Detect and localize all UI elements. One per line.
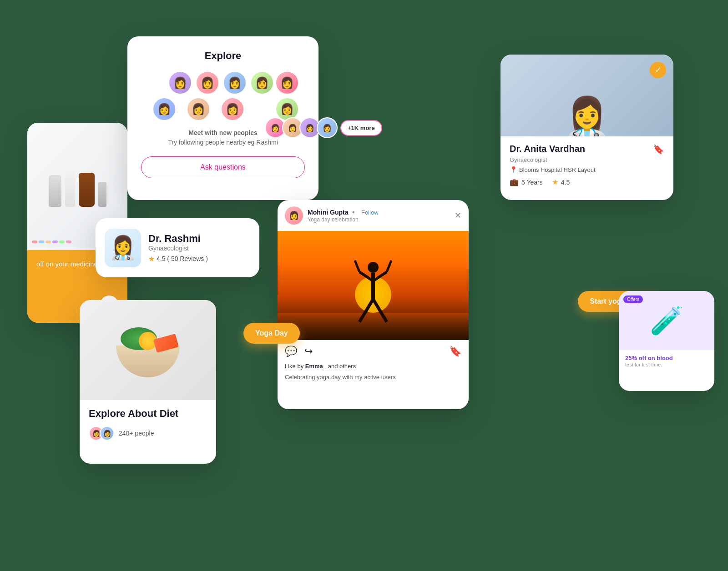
yoga-actions: 💬 ↪ 🔖 <box>278 340 469 363</box>
yoga-username-text: Mohini Gupta <box>308 209 348 216</box>
yoga-follow-button[interactable]: Follow <box>361 209 379 216</box>
avatar-6: 👩 <box>152 97 176 121</box>
bottle-1 <box>49 175 61 207</box>
yoga-username: Mohini Gupta • Follow <box>308 208 450 216</box>
save-icon[interactable]: 🔖 <box>449 346 461 357</box>
more-people-label[interactable]: +1K more <box>340 120 382 136</box>
explore-title: Explore <box>141 50 305 62</box>
anita-location-text: Blooms Hospital HSR Layout <box>519 166 596 173</box>
anita-body: Dr. Anita Vardhan 🔖 Gynaecologist 📍 Bloo… <box>500 136 673 194</box>
yoga-post-card: 👩 Mohini Gupta • Follow Yoga day celebra… <box>278 200 469 409</box>
anita-years-stat: 💼 5 Years <box>510 178 543 186</box>
food-bowl <box>111 323 184 377</box>
star-icon: ★ <box>552 178 558 186</box>
yoga-post-header: 👩 Mohini Gupta • Follow Yoga day celebra… <box>278 200 469 231</box>
bottle-2 <box>65 166 75 207</box>
yoga-user-info: Mohini Gupta • Follow Yoga day celebrati… <box>308 208 450 223</box>
diet-title: Explore About Diet <box>89 407 207 421</box>
verified-badge: ✓ <box>650 62 666 78</box>
star-icon: ★ <box>148 255 155 263</box>
rashmi-info: Dr. Rashmi Gynaecologist ★ 4.5 ( 50 Revi… <box>148 233 208 263</box>
yoga-silhouette <box>350 258 396 340</box>
likes-prefix: Like by <box>285 363 303 370</box>
avatar-1: 👩 <box>168 71 192 95</box>
anita-name: Dr. Anita Vardhan <box>510 144 585 154</box>
bottle-4 <box>98 182 106 207</box>
blood-test-card: Offers 🧪 25% off on blood test for first… <box>619 291 714 391</box>
blood-test-body: 25% off on blood test for first time. <box>619 350 714 372</box>
anita-doctor-image: 👩‍⚕️ <box>563 98 611 136</box>
svg-line-7 <box>373 299 387 322</box>
anita-stats: 💼 5 Years ★ 4.5 <box>510 178 664 186</box>
ask-questions-button[interactable]: Ask questions <box>141 156 305 178</box>
rashmi-rating: ★ 4.5 ( 50 Reviews ) <box>148 255 208 263</box>
diet-avatar-2: 👩 <box>100 426 114 441</box>
explore-hint: Try following people nearby eg Rashmi <box>168 139 278 146</box>
rashmi-avatar: 👩‍⚕️ <box>105 229 141 267</box>
explore-subtitle: Meet with new peoples <box>188 129 258 136</box>
people-follow-row: 👩 👩 👩 👩 +1K more <box>268 117 382 138</box>
anita-specialty: Gynaecologist <box>510 156 664 163</box>
diet-image <box>80 300 216 400</box>
rashmi-rating-value: 4.5 ( 50 Reviews ) <box>157 255 208 262</box>
rashmi-name: Dr. Rashmi <box>148 233 208 245</box>
avatar-cluster: 👩 👩 👩 👩 👩 👩 👩 👩 👩 <box>141 71 305 121</box>
location-icon: 📍 <box>510 166 517 173</box>
yoga-post-image <box>278 231 469 340</box>
svg-line-2 <box>359 272 373 281</box>
blood-vial-icon: 🧪 <box>650 305 684 337</box>
avatar-7: 👩 <box>187 97 210 121</box>
bag-icon: 💼 <box>510 178 519 186</box>
yoga-close-button[interactable]: ✕ <box>455 210 461 220</box>
likes-others: and others <box>328 363 356 370</box>
share-icon[interactable]: ↪ <box>304 346 313 357</box>
anita-image: ✓ 👩‍⚕️ <box>500 55 673 136</box>
diet-card: Explore About Diet 👩 👩 240+ people <box>80 300 216 464</box>
svg-line-3 <box>373 272 387 281</box>
diet-people-count: 240+ people <box>119 430 154 437</box>
rashmi-specialty: Gynaecologist <box>148 245 208 252</box>
anita-header: Dr. Anita Vardhan 🔖 <box>510 144 664 155</box>
anita-location: 📍 Blooms Hospital HSR Layout <box>510 166 664 173</box>
comment-icon[interactable]: 💬 <box>285 346 297 357</box>
dr-rashmi-card: 👩‍⚕️ Dr. Rashmi Gynaecologist ★ 4.5 ( 50… <box>96 218 259 277</box>
likes-user: Emma_ <box>305 363 326 370</box>
svg-line-4 <box>355 260 359 272</box>
avatar-4: 👩 <box>250 71 274 95</box>
avatar-3: 👩 <box>223 71 247 95</box>
svg-line-6 <box>359 299 373 322</box>
blood-test-image: Offers 🧪 <box>619 291 714 350</box>
yoga-likes: Like by Emma_ and others <box>278 363 469 371</box>
yoga-day-pill[interactable]: Yoga Day <box>243 323 300 344</box>
yoga-caption: Celebrating yoga day with my active user… <box>278 371 469 387</box>
blood-discount-text: 25% off on blood <box>625 355 708 361</box>
bowl-base <box>116 346 180 377</box>
diet-avatars: 👩 👩 <box>89 426 114 441</box>
avatar-5: 👩 <box>275 71 299 95</box>
anita-years: 5 Years <box>521 179 543 186</box>
avatar-2: 👩 <box>196 71 219 95</box>
svg-line-5 <box>387 260 391 272</box>
yoga-post-subtitle: Yoga day celebration <box>308 216 450 223</box>
offers-badge: Offers <box>623 296 643 303</box>
yoga-user-avatar: 👩 <box>285 206 303 225</box>
avatar-8: 👩 <box>221 97 244 121</box>
dr-anita-card: ✓ 👩‍⚕️ Dr. Anita Vardhan 🔖 Gynaecologist… <box>500 55 673 200</box>
svg-point-0 <box>368 262 379 273</box>
bookmark-icon[interactable]: 🔖 <box>653 144 664 155</box>
bottle-3 <box>79 173 95 207</box>
anita-rating: 4.5 <box>561 179 570 186</box>
diet-body: Explore About Diet 👩 👩 240+ people <box>80 400 216 448</box>
diet-people: 👩 👩 240+ people <box>89 426 207 441</box>
pills-scatter <box>32 240 71 243</box>
anita-rating-stat: ★ 4.5 <box>552 178 570 186</box>
blood-test-description: test for first time. <box>625 361 708 368</box>
follow-avatar-4: 👩 <box>317 117 338 138</box>
